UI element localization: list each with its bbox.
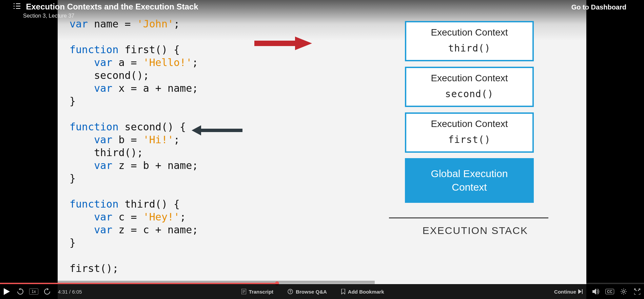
svg-marker-12 — [47, 288, 49, 290]
add-bookmark-button[interactable]: Add Bookmark — [341, 289, 384, 295]
browse-qa-button[interactable]: ? Browse Q&A — [288, 289, 327, 295]
code-text: } — [70, 95, 76, 107]
code-kw: var — [94, 57, 112, 68]
execution-context-second: Execution Context second() — [405, 67, 534, 107]
svg-rect-20 — [582, 289, 583, 294]
code-text: second() { — [119, 121, 186, 133]
code-kw: function — [70, 44, 119, 56]
ctx-title: Execution Context — [408, 27, 531, 38]
volume-button[interactable] — [589, 284, 603, 299]
arrow-dark-icon — [192, 125, 242, 135]
playback-speed[interactable]: 1x — [29, 289, 38, 295]
code-kw: function — [70, 198, 119, 210]
code-text: c = — [112, 211, 143, 223]
continue-label: Continue — [554, 289, 576, 295]
time-display: 4:31 / 6:05 — [58, 289, 82, 295]
arrow-red-icon — [254, 37, 312, 50]
pillar-right — [586, 0, 644, 299]
forward-button[interactable] — [40, 284, 54, 299]
settings-button[interactable] — [617, 284, 630, 299]
svg-marker-1 — [295, 37, 312, 50]
code-kw: var — [94, 211, 112, 223]
go-to-dashboard-link[interactable]: Go to Dashboard — [571, 3, 626, 11]
svg-line-32 — [638, 289, 640, 291]
next-icon — [578, 289, 583, 294]
code-kw: var — [94, 134, 112, 146]
slide-area: var name = 'John'; function first() { va… — [58, 0, 586, 299]
fullscreen-button[interactable] — [630, 284, 644, 299]
expand-icon — [634, 289, 640, 295]
code-str: 'Hello!' — [143, 57, 192, 68]
svg-line-28 — [625, 293, 626, 294]
svg-marker-19 — [578, 289, 582, 294]
lecture-subtitle: Section 3, Lecture 37 — [23, 13, 74, 19]
bookmark-label: Add Bookmark — [348, 289, 384, 295]
svg-rect-2 — [201, 129, 242, 132]
code-text: second(); — [70, 69, 149, 81]
ctx-title: Execution Context — [408, 73, 531, 84]
ctx-fn: third() — [408, 43, 531, 54]
global-execution-context: Global Execution Context — [405, 158, 534, 203]
continue-button[interactable]: Continue — [554, 289, 583, 295]
code-text: } — [70, 237, 76, 249]
svg-text:?: ? — [289, 290, 292, 294]
video-header: Execution Contexts and the Execution Sta… — [0, 0, 644, 24]
svg-line-30 — [625, 290, 626, 290]
ctx-global-line2: Context — [408, 180, 531, 194]
gear-icon — [621, 289, 627, 295]
code-text: third() { — [119, 198, 180, 210]
play-button[interactable] — [0, 284, 14, 299]
code-text: first() { — [119, 44, 180, 56]
svg-marker-10 — [4, 288, 10, 295]
execution-context-first: Execution Context first() — [405, 112, 534, 153]
code-text: x = a + name; — [112, 82, 198, 94]
code-text: z = b + name; — [112, 159, 198, 171]
control-bar: 1x 4:31 / 6:05 Transcript ? Browse Q&A A… — [0, 284, 644, 299]
lecture-title: Execution Contexts and the Execution Sta… — [26, 2, 198, 12]
captions-button[interactable]: CC — [605, 289, 614, 294]
svg-line-27 — [622, 290, 622, 290]
code-text: a = — [112, 57, 143, 68]
code-str: 'Hey!' — [143, 211, 180, 223]
svg-line-29 — [622, 293, 622, 294]
code-text: third(); — [70, 147, 143, 158]
execution-stack: Execution Context third() Execution Cont… — [405, 21, 534, 208]
transcript-icon — [241, 289, 246, 294]
stack-label: EXECUTION STACK — [423, 225, 528, 236]
rewind-button[interactable] — [14, 284, 27, 299]
bookmark-icon — [341, 289, 345, 294]
code-kw: function — [70, 121, 119, 133]
code-text: z = c + name; — [112, 224, 198, 236]
code-str: 'Hi!' — [143, 134, 174, 146]
ctx-title: Execution Context — [408, 119, 531, 129]
course-content-icon[interactable] — [14, 3, 20, 10]
execution-context-third: Execution Context third() — [405, 21, 534, 61]
code-text: b = — [112, 134, 143, 146]
code-kw: var — [94, 159, 112, 171]
code-text: ; — [174, 134, 180, 146]
code-block: var name = 'John'; function first() { va… — [70, 18, 198, 275]
ctx-fn: first() — [408, 134, 531, 145]
svg-marker-3 — [192, 125, 201, 135]
code-text: ; — [192, 57, 198, 68]
code-kw: var — [94, 224, 112, 236]
pillar-left — [0, 0, 58, 299]
code-kw: var — [94, 82, 112, 94]
svg-marker-21 — [592, 289, 596, 295]
svg-point-22 — [623, 291, 625, 293]
video-player-stage: var name = 'John'; function first() { va… — [0, 0, 644, 299]
code-text: } — [70, 172, 76, 184]
help-icon: ? — [288, 289, 293, 294]
transcript-button[interactable]: Transcript — [241, 289, 274, 295]
transcript-label: Transcript — [249, 289, 274, 295]
ctx-fn: second() — [408, 88, 531, 100]
svg-rect-0 — [254, 41, 295, 46]
ctx-global-line1: Global Execution — [408, 167, 531, 180]
stack-baseline — [389, 217, 548, 218]
svg-marker-11 — [19, 288, 20, 290]
code-text: ; — [180, 211, 186, 223]
code-text: first(); — [70, 262, 119, 274]
svg-line-31 — [635, 289, 637, 291]
qa-label: Browse Q&A — [296, 289, 327, 295]
